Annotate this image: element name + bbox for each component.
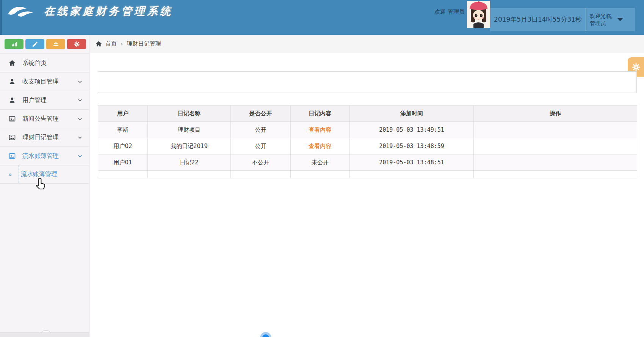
cell-diary-name: 我的日记2019: [148, 138, 231, 154]
table-row: 用户01 日记22 不公开 未公开 2019-05-03 13:48:51: [98, 154, 637, 171]
image-icon: [8, 134, 16, 141]
chevron-down-icon: [77, 98, 83, 103]
view-content-link[interactable]: 查看内容: [309, 126, 332, 133]
sidebar-item-ledger[interactable]: 流水账薄管理: [0, 146, 89, 165]
quick-buttons: [5, 39, 88, 49]
diary-table: 用户 日记名称 是否公开 日记内容 添加时间 操作 李斯 理财项目 公开 查看内…: [98, 105, 637, 178]
user-icon: [8, 96, 16, 104]
col-added-time: 添加时间: [350, 106, 474, 122]
chevron-down-icon: [77, 153, 83, 159]
chevron-down-icon: [77, 116, 83, 121]
sidebar-item-label: 理财日记管理: [22, 134, 59, 142]
greeting-line1: 欢迎光临,: [590, 13, 613, 20]
view-content-link[interactable]: 查看内容: [309, 143, 332, 150]
cell-added-time: 2019-05-03 13:49:51: [350, 122, 474, 138]
cell-diary-name: 理财项目: [148, 122, 231, 138]
screen: 在线家庭财务管理系统 欢迎 管理员 2019年5月3日14时55分31秒: [0, 0, 644, 337]
cell-content: 未公开: [291, 154, 350, 171]
cell-is-public: 公开: [231, 138, 291, 154]
cell-is-public: 不公开: [231, 154, 291, 171]
col-user: 用户: [98, 106, 148, 122]
avatar-girl-image: [467, 1, 490, 28]
cell-user: 李斯: [98, 122, 148, 138]
table-row: 用户02 我的日记2019 公开 查看内容 2019-05-03 13:48:5…: [98, 138, 637, 154]
table-header-row: 用户 日记名称 是否公开 日记内容 添加时间 操作: [98, 106, 637, 122]
user-menu[interactable]: 欢迎光临, 管理员: [586, 8, 635, 31]
sidebar-item-label: 收支项目管理: [22, 78, 59, 86]
breadcrumb-home[interactable]: 首页: [105, 40, 117, 47]
greeting-line2: 管理员: [590, 20, 613, 27]
app-title: 在线家庭财务管理系统: [44, 4, 173, 19]
image-icon: [8, 115, 16, 123]
avatar: [467, 1, 490, 28]
datetime-display: 2019年5月3日14时55分31秒: [490, 8, 586, 31]
home-icon: [8, 59, 16, 67]
breadcrumb: 首页 › 理财日记管理: [90, 35, 644, 53]
cell-action: [474, 122, 637, 138]
cell-user: 用户02: [98, 138, 148, 154]
sidebar-item-income-expense[interactable]: 收支项目管理: [0, 72, 89, 91]
users-button[interactable]: [46, 39, 65, 49]
sidebar-item-label: 系统首页: [22, 59, 47, 67]
main-content: 用户 日记名称 是否公开 日记内容 添加时间 操作 李斯 理财项目 公开 查看内…: [90, 53, 644, 337]
cell-diary-name: 日记22: [148, 154, 231, 171]
pencil-icon: [32, 41, 38, 47]
col-content: 日记内容: [291, 106, 350, 122]
users-icon: [53, 41, 59, 47]
gears-icon: [74, 41, 80, 47]
top-header: 在线家庭财务管理系统 欢迎 管理员 2019年5月3日14时55分31秒: [0, 0, 644, 35]
pencil-button[interactable]: [25, 39, 44, 49]
table-row: 李斯 理财项目 公开 查看内容 2019-05-03 13:49:51: [98, 122, 637, 138]
bar-chart-icon: [11, 41, 17, 47]
cell-is-public: 公开: [231, 122, 291, 138]
table-footer-row: [98, 171, 637, 178]
wave-logo-icon: [7, 3, 42, 20]
breadcrumb-separator: ›: [121, 40, 123, 47]
sidebar-subitem-label: 流水账薄管理: [21, 170, 57, 178]
chevron-down-icon: [77, 79, 83, 84]
cell-added-time: 2019-05-03 13:48:59: [350, 138, 474, 154]
home-icon: [95, 40, 102, 47]
user-icon: [8, 78, 16, 85]
col-action: 操作: [474, 106, 637, 122]
welcome-text: 欢迎 管理员: [434, 8, 465, 16]
sidebar-menu: 系统首页 收支项目管理 用户管理: [0, 54, 89, 184]
gears-button[interactable]: [67, 39, 86, 49]
sidebar-footer-bar: [0, 332, 89, 337]
cell-user: 用户01: [98, 154, 148, 171]
sidebar-item-user-management[interactable]: 用户管理: [0, 91, 89, 109]
header-left-edge: [0, 0, 2, 35]
breadcrumb-current: 理财日记管理: [127, 40, 161, 47]
gear-icon: [631, 63, 641, 72]
sidebar-item-news[interactable]: 新闻公告管理: [0, 109, 89, 128]
sidebar-subitem-ledger[interactable]: » 流水账薄管理: [0, 165, 89, 184]
logo: 在线家庭财务管理系统: [7, 3, 173, 20]
double-arrow-icon: »: [8, 171, 12, 178]
sidebar-item-home[interactable]: 系统首页: [0, 54, 89, 72]
sidebar-item-label: 新闻公告管理: [22, 115, 59, 123]
tree-guide-line: [19, 165, 19, 183]
chevron-down-icon: [617, 18, 623, 21]
col-diary-name: 日记名称: [148, 106, 231, 122]
toolbar-panel: [98, 71, 637, 93]
sidebar: 系统首页 收支项目管理 用户管理: [0, 35, 89, 337]
sidebar-item-diary[interactable]: 理财日记管理: [0, 128, 89, 146]
cell-added-time: 2019-05-03 13:48:51: [350, 154, 474, 171]
bar-chart-button[interactable]: [5, 39, 24, 49]
col-is-public: 是否公开: [231, 106, 291, 122]
chevron-down-icon: [77, 135, 83, 140]
sidebar-item-label: 用户管理: [22, 96, 47, 104]
sidebar-item-label: 流水账薄管理: [22, 152, 59, 160]
image-icon: [8, 152, 16, 160]
cell-action: [474, 138, 637, 154]
cell-action: [474, 154, 637, 171]
